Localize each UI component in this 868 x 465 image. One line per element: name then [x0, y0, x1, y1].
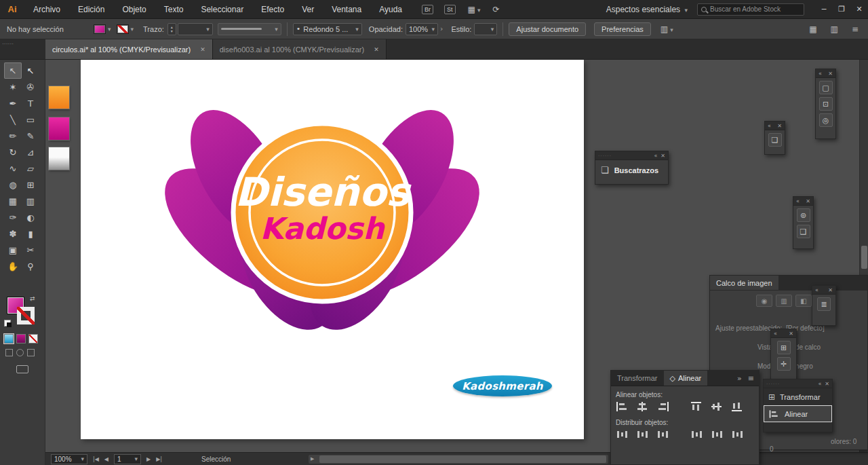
first-artboard-button[interactable]: |◀: [93, 456, 99, 462]
zoom-tool[interactable]: ⚲: [22, 258, 39, 274]
pencil-tool[interactable]: ✎: [22, 128, 39, 144]
tab-transformar[interactable]: Transformar: [611, 371, 664, 386]
horizontal-scrollbar[interactable]: ▶: [309, 455, 608, 464]
document-info-panel-icon[interactable]: ❑: [797, 225, 810, 238]
bridge-badge[interactable]: Br: [422, 5, 433, 14]
column-graph-tool[interactable]: ▮: [22, 225, 39, 242]
opacity-select[interactable]: 100% ▾: [406, 23, 438, 35]
close-button[interactable]: ✕: [850, 0, 868, 19]
paintbrush-tool[interactable]: ✏: [4, 128, 22, 144]
menu-item[interactable]: Seleccionar: [192, 0, 252, 19]
navigator-panel-icon[interactable]: ✛: [777, 357, 791, 371]
align-vertical-bottom-button[interactable]: [732, 402, 743, 411]
transform-panel-icon[interactable]: ⊞: [777, 341, 791, 354]
swatch-gray-gradient[interactable]: [49, 147, 69, 170]
buscatrazos-title[interactable]: Buscatrazos: [614, 166, 658, 174]
distribute-horizontal-right-button[interactable]: [732, 430, 743, 439]
menu-item[interactable]: Objeto: [113, 0, 155, 19]
menu-item[interactable]: Ayuda: [370, 0, 411, 19]
stroke-weight-stepper[interactable]: ▴▾: [167, 23, 176, 35]
close-tab-icon[interactable]: ✕: [200, 46, 205, 53]
line-segment-tool[interactable]: ╲: [4, 111, 22, 128]
arrange-documents-icon[interactable]: ▦▾: [468, 5, 481, 14]
color-mode-button[interactable]: [4, 334, 14, 343]
shape-builder-tool[interactable]: ◍: [4, 176, 22, 193]
panel-arrow-icon[interactable]: ›: [440, 24, 443, 33]
artboard-tool[interactable]: ▣: [4, 242, 22, 258]
stroke-color-swatch[interactable]: [17, 307, 35, 324]
align-vertical-center-button[interactable]: [711, 402, 723, 411]
preferences-button[interactable]: Preferencias: [594, 22, 651, 36]
swatch-magenta-gradient[interactable]: [49, 117, 69, 140]
next-artboard-button[interactable]: ▶: [146, 456, 151, 462]
close-panel-icon[interactable]: ✕: [828, 287, 833, 293]
layers-panel-icon[interactable]: ≣: [817, 297, 831, 311]
close-panel-icon[interactable]: ✕: [777, 123, 782, 129]
distribute-vertical-center-button[interactable]: [637, 430, 648, 439]
menu-item[interactable]: Archivo: [24, 0, 69, 19]
perspective-grid-tool[interactable]: ⊞: [22, 176, 39, 193]
magic-wand-tool[interactable]: ✶: [4, 79, 22, 95]
stroke-swatch[interactable]: [117, 24, 129, 34]
panel-grip[interactable]: ······: [598, 153, 612, 158]
vertical-scrollbar-thumb[interactable]: [861, 246, 867, 269]
menu-item[interactable]: Edición: [69, 0, 113, 19]
menu-item[interactable]: Texto: [155, 0, 193, 19]
restore-button[interactable]: ❐: [833, 0, 850, 19]
eyedropper-tool[interactable]: ✑: [4, 209, 22, 225]
close-panel-icon[interactable]: ✕: [806, 198, 810, 204]
menu-item[interactable]: Efecto: [252, 0, 293, 19]
app-logo[interactable]: Ai: [0, 4, 24, 14]
last-artboard-button[interactable]: ▶|: [156, 456, 162, 462]
dock-columns-icon[interactable]: ▥: [831, 24, 838, 34]
blend-tool[interactable]: ◐: [22, 209, 39, 225]
artboard[interactable]: Diseños Kadosh Kadoshmerah: [81, 60, 584, 439]
minimize-button[interactable]: ─: [815, 0, 833, 19]
lasso-tool[interactable]: ✇: [22, 79, 39, 95]
collapse-panel-icon[interactable]: «: [818, 381, 821, 387]
appearance-panel-icon[interactable]: ◎: [819, 113, 833, 127]
mesh-tool[interactable]: ▦: [4, 193, 22, 209]
calco-auto-icon[interactable]: ◉: [756, 295, 772, 307]
calco-low-color-icon[interactable]: ◧: [795, 295, 812, 307]
tab-alinear[interactable]: ◇ Alinear: [664, 371, 708, 386]
symbol-sprayer-tool[interactable]: ✽: [4, 225, 22, 242]
fill-swatch[interactable]: [94, 24, 106, 34]
prev-artboard-button[interactable]: ◀: [104, 456, 108, 462]
free-transform-tool[interactable]: ▱: [22, 160, 39, 176]
width-tool[interactable]: ∿: [4, 160, 22, 176]
panel-grip[interactable]: ······: [766, 382, 780, 386]
scroll-arrow-icon[interactable]: ▶: [311, 456, 314, 462]
artboard-number-select[interactable]: 1 ▾: [114, 454, 141, 464]
brush-definition-select[interactable]: • Redondo 5 ... ▾: [293, 23, 362, 35]
tab-calco-de-imagen[interactable]: Calco de imagen: [710, 276, 778, 290]
menu-item[interactable]: Ver: [293, 0, 323, 19]
pathfinder-icon[interactable]: ❏: [601, 165, 609, 175]
panel-menu-icon[interactable]: ≡: [748, 374, 754, 383]
zoom-level-select[interactable]: 100% ▾: [51, 454, 87, 464]
distribute-horizontal-center-button[interactable]: [711, 430, 723, 439]
gradient-tool[interactable]: ▥: [22, 193, 39, 209]
close-panel-icon[interactable]: ✕: [789, 331, 793, 337]
close-panel-icon[interactable]: ✕: [828, 71, 833, 77]
expand-panel-icon[interactable]: »: [737, 374, 742, 383]
search-input[interactable]: [710, 5, 800, 13]
menu-item[interactable]: Ventana: [323, 0, 370, 19]
collapse-panel-icon[interactable]: «: [796, 198, 800, 204]
default-fill-stroke-icon[interactable]: [4, 320, 11, 327]
workspace-switcher[interactable]: Aspectos esenciales ▾: [606, 5, 688, 14]
align-horizontal-left-button[interactable]: [616, 402, 628, 411]
slice-tool[interactable]: ✂: [22, 242, 39, 258]
collapse-panel-icon[interactable]: «: [818, 71, 822, 77]
collapse-panel-icon[interactable]: «: [768, 123, 771, 129]
selection-tool[interactable]: ↖: [4, 62, 22, 79]
style-select[interactable]: ▾: [474, 23, 497, 35]
document-tab-circulos[interactable]: circulos.ai* al 100% (CMYK/Previsualizar…: [45, 39, 213, 59]
chevron-down-icon[interactable]: ▾: [131, 26, 134, 33]
collapse-panel-icon[interactable]: «: [774, 331, 777, 337]
draw-normal-button[interactable]: [5, 349, 13, 356]
distribute-vertical-bottom-button[interactable]: [657, 430, 669, 439]
gradient-mode-button[interactable]: [16, 334, 26, 343]
direct-selection-tool[interactable]: ↖: [22, 62, 39, 79]
fit-document-button[interactable]: Ajustar documento: [509, 22, 586, 36]
